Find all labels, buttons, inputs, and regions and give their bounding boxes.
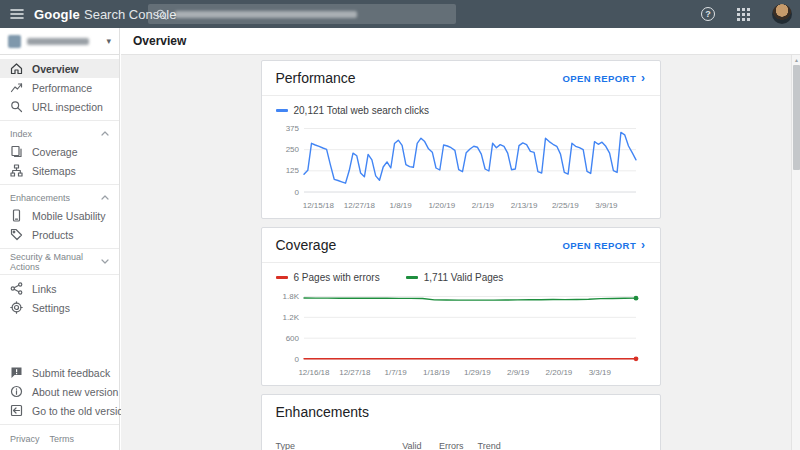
card-title: Coverage <box>276 237 337 253</box>
scrollbar-thumb[interactable] <box>793 65 800 170</box>
sidebar-item-settings[interactable]: Settings <box>0 298 119 317</box>
sidebar-nav: Overview Performance URL inspection Inde… <box>0 55 119 317</box>
svg-text:3/3/19: 3/3/19 <box>588 368 611 377</box>
svg-text:1/29/19: 1/29/19 <box>463 368 490 377</box>
col-errors: Errors <box>426 441 468 450</box>
user-avatar[interactable] <box>772 4 792 24</box>
performance-chart[interactable]: 012525037512/15/1812/27/181/8/191/20/192… <box>262 116 660 218</box>
sidebar-item-label: Links <box>32 283 57 295</box>
col-valid: Valid <box>384 441 426 450</box>
performance-card-header: Performance OPEN REPORT › <box>262 61 660 96</box>
svg-text:1/7/19: 1/7/19 <box>384 368 407 377</box>
sidebar-item-label: Coverage <box>32 146 78 158</box>
enhancements-card-header: Enhancements <box>262 395 660 429</box>
sidebar-footer-nav: Submit feedback About new version Go to … <box>0 359 119 450</box>
main-scrollbar[interactable]: ▲ <box>791 55 800 450</box>
logo-google-text: Google <box>34 7 80 22</box>
sidebar-item-performance[interactable]: Performance <box>0 78 119 97</box>
main-content: Performance OPEN REPORT › 20,121 Total w… <box>121 55 800 450</box>
page-title-bar: Overview <box>121 28 800 55</box>
sidebar-item-links[interactable]: Links <box>0 279 119 298</box>
search-icon <box>156 9 167 20</box>
tag-icon <box>10 228 23 241</box>
svg-text:250: 250 <box>285 145 299 154</box>
terms-link[interactable]: Terms <box>50 434 75 444</box>
sidebar-item-products[interactable]: Products <box>0 225 119 244</box>
sidebar-divider <box>0 274 119 275</box>
legend-dash-green <box>406 276 418 279</box>
svg-text:12/15/18: 12/15/18 <box>302 201 334 210</box>
open-report-label: OPEN REPORT <box>563 240 637 251</box>
sidebar-section-enhancements[interactable]: Enhancements <box>0 189 119 206</box>
sidebar-item-sitemaps[interactable]: Sitemaps <box>0 161 119 180</box>
sidebar-item-submit-feedback[interactable]: Submit feedback <box>0 363 119 382</box>
svg-text:125: 125 <box>285 166 299 175</box>
svg-text:0: 0 <box>294 355 299 364</box>
sidebar-item-about-new-version[interactable]: About new version <box>0 382 119 401</box>
svg-text:2/9/19: 2/9/19 <box>507 368 530 377</box>
info-icon <box>10 385 23 398</box>
sidebar-divider <box>0 184 119 185</box>
performance-icon <box>10 81 23 94</box>
privacy-link[interactable]: Privacy <box>10 434 40 444</box>
topbar-actions: ? <box>701 0 792 28</box>
property-selector[interactable]: ▾ <box>0 28 119 55</box>
svg-text:1/18/19: 1/18/19 <box>423 368 450 377</box>
legend-item-valid: 1,711 Valid Pages <box>406 272 504 283</box>
sidebar-item-old-version[interactable]: Go to the old version <box>0 401 119 420</box>
sidebar-item-label: Submit feedback <box>32 367 110 379</box>
legend-item-clicks: 20,121 Total web search clicks <box>276 105 429 116</box>
sidebar-item-label: Performance <box>32 82 92 94</box>
sidebar-item-coverage[interactable]: Coverage <box>0 142 119 161</box>
sidebar-item-url-inspection[interactable]: URL inspection <box>0 97 119 116</box>
scrollbar-up-arrow[interactable]: ▲ <box>792 55 800 64</box>
page-title: Overview <box>133 34 186 48</box>
coverage-card: Coverage OPEN REPORT › 6 Pages with erro… <box>261 227 661 386</box>
section-label: Index <box>10 129 32 139</box>
sidebar-item-mobile-usability[interactable]: Mobile Usability <box>0 206 119 225</box>
svg-text:2/20/19: 2/20/19 <box>545 368 572 377</box>
url-inspection-search-input[interactable] <box>148 4 456 24</box>
sidebar-section-security[interactable]: Security & Manual Actions <box>0 253 119 270</box>
col-type: Type <box>276 441 384 450</box>
svg-text:600: 600 <box>285 334 299 343</box>
sidebar-item-label: Settings <box>32 302 70 314</box>
chevron-up-icon <box>101 195 109 200</box>
pages-icon <box>10 145 23 158</box>
performance-legend: 20,121 Total web search clicks <box>262 96 660 116</box>
svg-text:1/8/19: 1/8/19 <box>389 201 412 210</box>
legend-label: 1,711 Valid Pages <box>424 272 504 283</box>
sidebar-item-label: Overview <box>32 63 79 75</box>
card-title: Enhancements <box>276 404 369 420</box>
links-icon <box>10 282 23 295</box>
help-icon[interactable]: ? <box>701 7 715 21</box>
coverage-open-report-button[interactable]: OPEN REPORT › <box>563 239 646 251</box>
sidebar-item-overview[interactable]: Overview <box>0 59 119 78</box>
sidebar-divider <box>0 424 119 425</box>
apps-grid-icon[interactable] <box>737 8 750 21</box>
legend-dash-red <box>276 276 288 279</box>
coverage-chart[interactable]: 06001.2K1.8K12/16/1812/27/181/7/191/18/1… <box>262 283 660 385</box>
svg-text:3/9/19: 3/9/19 <box>595 201 618 210</box>
enhancements-card: Enhancements Type Valid Errors Trend Mob… <box>261 394 661 450</box>
col-trend: Trend <box>468 441 534 450</box>
svg-text:0: 0 <box>294 188 299 197</box>
sidebar-spacer <box>0 317 119 359</box>
google-search-console-app: Google Search Console ? ▾ <box>0 0 800 450</box>
section-label: Security & Manual Actions <box>10 252 101 272</box>
svg-text:12/27/18: 12/27/18 <box>343 201 375 210</box>
performance-open-report-button[interactable]: OPEN REPORT › <box>563 72 646 84</box>
sidebar-section-index[interactable]: Index <box>0 125 119 142</box>
card-title: Performance <box>276 70 356 86</box>
svg-text:1.2K: 1.2K <box>282 313 299 322</box>
magnifier-icon <box>10 100 23 113</box>
legend-item-errors: 6 Pages with errors <box>276 272 380 283</box>
hamburger-menu-icon[interactable] <box>0 8 34 20</box>
chevron-right-icon: › <box>641 239 645 251</box>
gear-icon <box>10 301 23 314</box>
svg-text:2/13/19: 2/13/19 <box>510 201 537 210</box>
home-icon <box>10 62 23 75</box>
chevron-down-icon: ▾ <box>106 36 111 46</box>
legend-label: 6 Pages with errors <box>294 272 380 283</box>
enhancements-table: Type Valid Errors Trend Mobile Usability… <box>262 429 660 450</box>
